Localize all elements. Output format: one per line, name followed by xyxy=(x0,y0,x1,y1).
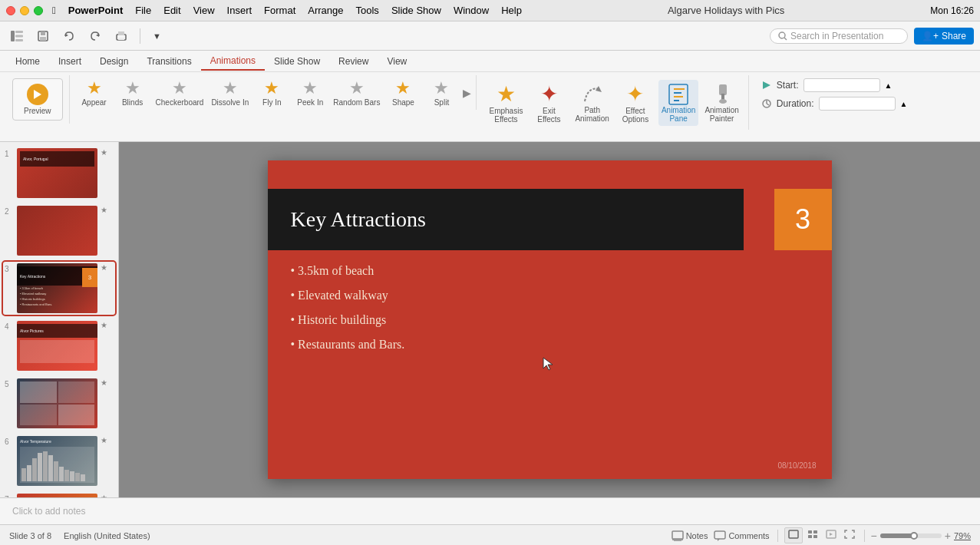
checkerboard-icon: ★ xyxy=(172,78,187,98)
menu-view[interactable]: View xyxy=(193,5,215,16)
zoom-out-btn[interactable]: − xyxy=(871,530,877,542)
normal-view-btn[interactable] xyxy=(784,527,803,543)
anim-checkerboard[interactable]: ★ Checkerboard xyxy=(153,77,207,108)
search-bar[interactable]: Search in Presentation xyxy=(770,28,908,44)
sidebar-toggle-btn[interactable] xyxy=(6,29,28,43)
svg-marker-24 xyxy=(763,81,770,89)
preview-button[interactable]: Preview xyxy=(12,78,63,121)
slide-thumb-1[interactable]: 1 Alvor, Portugal ★ xyxy=(3,147,115,200)
slide-thumb-5[interactable]: 5 ★ xyxy=(3,377,115,430)
svg-rect-10 xyxy=(118,31,124,35)
svg-marker-28 xyxy=(543,358,553,370)
app-name[interactable]: PowerPoint xyxy=(68,5,124,16)
slide-sorter-btn[interactable] xyxy=(804,527,821,543)
redo-btn[interactable] xyxy=(84,28,106,44)
slide-thumb-7[interactable]: 7 Slidesjot ★ xyxy=(3,492,115,497)
anim-split[interactable]: ★ Split xyxy=(423,77,460,108)
tab-transitions[interactable]: Transitions xyxy=(137,53,200,70)
zoom-percent-btn[interactable]: 79% xyxy=(954,531,971,540)
slide-6-bar-5 xyxy=(43,451,48,481)
svg-marker-14 xyxy=(34,90,41,99)
notes-icon xyxy=(671,530,684,541)
minimize-button[interactable] xyxy=(20,6,29,15)
print-btn[interactable] xyxy=(111,28,132,44)
tab-design[interactable]: Design xyxy=(91,53,137,70)
svg-rect-3 xyxy=(15,39,23,41)
slide-star-7: ★ xyxy=(101,494,108,497)
start-input[interactable] xyxy=(803,78,880,92)
slide-num-4: 4 xyxy=(5,322,14,331)
slide-6-chart xyxy=(20,447,94,483)
zoom-slider-track[interactable] xyxy=(880,533,942,538)
emphasis-effects-btn[interactable]: ★ EmphasisEffects xyxy=(486,78,526,127)
slide-thumb-6[interactable]: 6 Alvor Temperature ★ xyxy=(3,434,115,487)
slide-thumb-4[interactable]: 4 Alvor Pictures ★ xyxy=(3,319,115,372)
animation-pane-btn[interactable]: AnimationPane xyxy=(658,80,698,126)
anim-peekin[interactable]: ★ Peek In xyxy=(292,77,328,108)
ribbon: Home Insert Design Transitions Animation… xyxy=(0,51,980,142)
zoom-slider-thumb[interactable] xyxy=(910,532,918,540)
path-animation-btn[interactable]: PathAnimation xyxy=(572,80,612,126)
tab-animations[interactable]: Animations xyxy=(201,52,265,71)
more-btn[interactable]: ▼ xyxy=(148,30,166,42)
slide-star-2: ★ xyxy=(101,206,108,214)
menu-help[interactable]: Help xyxy=(501,5,522,16)
exit-effects-btn[interactable]: ✦ ExitEffects xyxy=(529,78,569,127)
notes-view-btn[interactable]: Notes xyxy=(670,529,710,543)
current-slide[interactable]: Key Attractions 3 • 3.5km of beach • Ele… xyxy=(268,160,832,479)
svg-rect-6 xyxy=(40,37,46,41)
apple-menu[interactable]:  xyxy=(52,5,56,16)
anim-appear[interactable]: ★ Appear xyxy=(76,77,113,108)
toolbar-right: Search in Presentation 👤+ Share xyxy=(170,28,974,45)
duration-input[interactable] xyxy=(819,97,896,111)
anim-blinds[interactable]: ★ Blinds xyxy=(114,77,151,108)
menu-arrange[interactable]: Arrange xyxy=(308,5,343,16)
share-button[interactable]: 👤+ Share xyxy=(914,28,974,45)
menu-format[interactable]: Format xyxy=(264,5,295,16)
anim-shape[interactable]: ★ Shape xyxy=(384,77,421,108)
tab-view[interactable]: View xyxy=(378,53,416,70)
preview-group: Preview xyxy=(6,75,70,124)
svg-line-27 xyxy=(767,104,769,105)
blinds-label: Blinds xyxy=(122,98,143,107)
reading-view-btn[interactable] xyxy=(823,527,840,543)
window-controls[interactable] xyxy=(6,6,43,15)
svg-rect-35 xyxy=(808,530,812,533)
animation-painter-btn[interactable]: AnimationPainter xyxy=(701,80,741,126)
slide-3-bullets: • 3.5km of beach • Elevated walkway • Hi… xyxy=(20,286,52,306)
menu-file[interactable]: File xyxy=(135,5,151,16)
slide-bullet-4: • Restaurants and Bars. xyxy=(291,338,405,352)
maximize-button[interactable] xyxy=(34,6,43,15)
notes-bar[interactable]: Click to add notes xyxy=(0,497,980,524)
close-button[interactable] xyxy=(6,6,15,15)
zoom-in-btn[interactable]: + xyxy=(945,530,951,542)
tab-insert[interactable]: Insert xyxy=(49,53,91,70)
tab-review[interactable]: Review xyxy=(329,53,378,70)
menu-tools[interactable]: Tools xyxy=(356,5,379,16)
menu-window[interactable]: Window xyxy=(454,5,489,16)
start-increment[interactable]: ▲ xyxy=(885,81,893,90)
save-btn[interactable] xyxy=(32,28,54,44)
mouse-cursor xyxy=(542,356,554,372)
menu-slideshow[interactable]: Slide Show xyxy=(391,5,441,16)
reading-view-icon xyxy=(826,530,836,539)
anim-dissolvein[interactable]: ★ Dissolve In xyxy=(208,77,252,108)
slide-star-5: ★ xyxy=(101,378,108,387)
slide-thumb-2[interactable]: 2 ★ xyxy=(3,204,115,257)
anim-flyin[interactable]: ★ Fly In xyxy=(253,77,290,108)
tab-home[interactable]: Home xyxy=(6,53,49,70)
fullscreen-view-btn[interactable] xyxy=(841,527,858,543)
anim-randombars[interactable]: ★ Random Bars xyxy=(330,77,383,108)
menu-edit[interactable]: Edit xyxy=(163,5,180,16)
more-animations-btn[interactable]: ▶ xyxy=(461,85,473,101)
undo-btn[interactable] xyxy=(58,28,80,44)
duration-increment[interactable]: ▲ xyxy=(900,100,908,108)
slide-5-cell-3 xyxy=(20,405,57,426)
effect-options-btn[interactable]: ✦ EffectOptions xyxy=(615,78,655,127)
menu-insert[interactable]: Insert xyxy=(227,5,252,16)
slide-6-bar-7 xyxy=(54,461,58,481)
tab-slideshow[interactable]: Slide Show xyxy=(265,53,329,70)
language-info: English (United States) xyxy=(64,531,150,540)
comments-view-btn[interactable]: Comments xyxy=(712,529,770,543)
slide-thumb-3[interactable]: 3 Key Attractions 3 • 3.5km of beach • E… xyxy=(3,262,115,315)
